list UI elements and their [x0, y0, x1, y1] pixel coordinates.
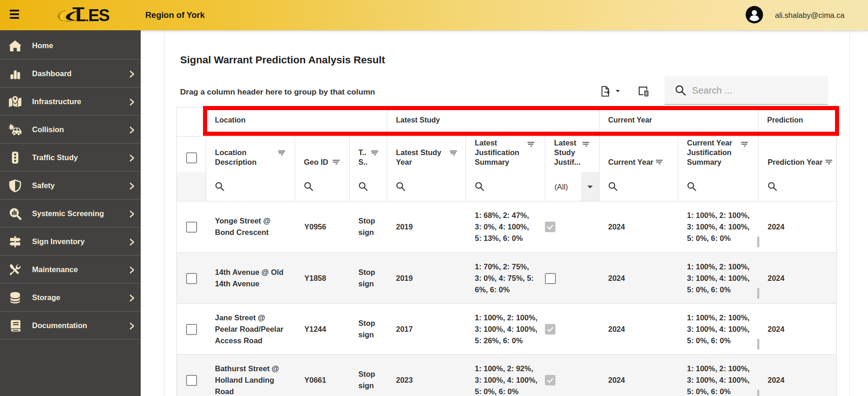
svg-text:ES: ES	[88, 6, 110, 25]
